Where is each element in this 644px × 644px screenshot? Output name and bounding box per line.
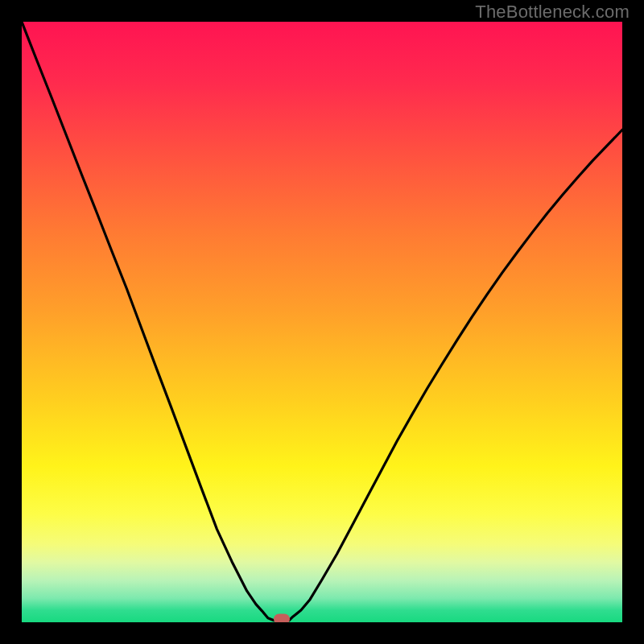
watermark-text: TheBottleneck.com xyxy=(475,2,630,23)
plot-area xyxy=(22,22,622,622)
optimal-point-marker xyxy=(274,613,290,622)
chart-container: TheBottleneck.com xyxy=(0,0,644,644)
bottleneck-curve xyxy=(22,22,622,622)
